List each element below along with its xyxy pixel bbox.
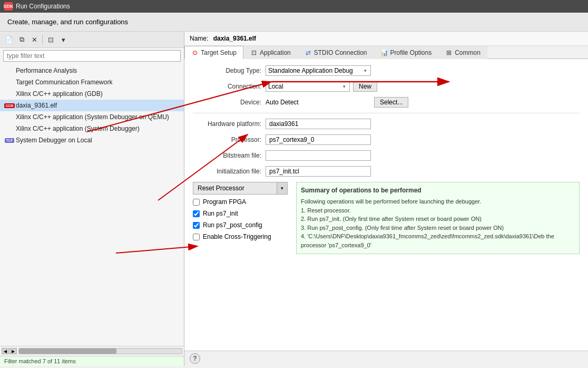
right-panel: Name: daxia_9361.elf ⊙ Target Setup ⊡ Ap… (184, 32, 588, 366)
tree-item-tcf[interactable]: Target Communication Framework (0, 76, 184, 88)
hardware-platform-control (266, 119, 371, 129)
bottom-bar: ? (184, 351, 588, 366)
reset-dropdown-arrow[interactable]: ▾ (277, 182, 287, 194)
left-panel: 📄 ⧉ ✕ ⊡ ▾ Performance Analysis Targe (0, 32, 184, 366)
reset-processor-button[interactable]: Reset Processor (193, 182, 277, 194)
enable-cross-checkbox[interactable] (193, 234, 200, 240)
initialization-file-control (266, 166, 371, 177)
initialization-file-input[interactable] (266, 166, 371, 177)
search-box (3, 50, 181, 62)
help-button[interactable]: ? (190, 353, 200, 364)
delete-config-button[interactable]: ✕ (28, 34, 40, 45)
form-separator-1 (193, 113, 580, 113)
debug-type-label: Debug Type: (193, 67, 261, 74)
tree-item-xilinx-sys[interactable]: Xilinx C/C++ application (System Debugge… (0, 123, 184, 134)
run-ps7-post-checkbox[interactable] (193, 222, 200, 229)
processor-label: Processor: (193, 136, 261, 143)
scroll-left-buttons: ◀ ▶ (2, 348, 17, 354)
toolbar-separator (42, 35, 43, 44)
debug-type-arrow-icon: ▾ (362, 68, 368, 73)
summary-title: Summary of operations to be performed (301, 187, 575, 194)
scrollbar-area: ◀ ▶ (0, 346, 184, 356)
connection-value: Local (268, 83, 341, 90)
new-connection-button[interactable]: New (353, 81, 377, 92)
dropdown-config-button[interactable]: ▾ (57, 34, 69, 45)
bitstream-file-row: Bitstream file: (193, 150, 580, 161)
bottom-section: Reset Processor ▾ Program FPGA Ru (193, 182, 580, 254)
reset-dropdown: Reset Processor ▾ (193, 182, 288, 195)
bitstream-file-label: Bitstream file: (193, 152, 261, 159)
debug-type-dropdown[interactable]: Standalone Application Debug ▾ (266, 65, 371, 76)
filter-status: Filter matched 7 of 11 items (0, 356, 184, 366)
tree-item-icon-perf (5, 66, 14, 75)
tree-item-daxia[interactable]: GDB daxia_9361.elf (0, 100, 184, 111)
initialization-file-row: Initialization file: (193, 166, 580, 177)
tree-item-icon-tcf (5, 78, 14, 86)
tree-item-icon-xilinx-sys (5, 124, 14, 133)
device-value: Auto Detect (266, 99, 371, 106)
hardware-platform-row: Hardware platform: (193, 119, 580, 129)
search-input[interactable] (3, 50, 181, 62)
tree-item-icon-xilinx-qemu (5, 113, 14, 121)
processor-row: Processor: (193, 134, 580, 145)
tree-item-icon-daxia: GDB (5, 101, 14, 110)
tab-stdio-connection[interactable]: ⇄ STDIO Connection (298, 46, 374, 59)
form-content: Debug Type: Standalone Application Debug… (184, 59, 588, 351)
tab-common[interactable]: ⊞ Common (438, 46, 487, 59)
new-config-button[interactable]: 📄 (3, 34, 15, 45)
processor-control (266, 134, 371, 145)
hardware-platform-input[interactable] (266, 119, 371, 129)
config-toolbar: 📄 ⧉ ✕ ⊡ ▾ (0, 32, 184, 48)
main-header: Create, manage, and run configurations (0, 13, 588, 32)
tree-item-icon-xilinx-gdb (5, 90, 14, 98)
tab-profile-options-icon: 📊 (380, 49, 388, 56)
tree-item-sys-local[interactable]: TCF System Debugger on Local (0, 134, 184, 146)
connection-arrow-icon: ▾ (341, 84, 347, 89)
bitstream-file-control (266, 150, 371, 161)
device-control: Auto Detect Select... (266, 97, 408, 108)
debug-type-control: Standalone Application Debug ▾ (266, 65, 371, 76)
copy-config-button[interactable]: ⧉ (16, 34, 27, 45)
tab-profile-options[interactable]: 📊 Profile Options (374, 46, 438, 59)
horizontal-scrollbar[interactable] (18, 348, 182, 354)
tree-item-xilinx-qemu[interactable]: Xilinx C/C++ application (System Debugge… (0, 111, 184, 123)
program-fpga-checkbox[interactable] (193, 199, 200, 206)
title-bar: SDK Run Configurations (0, 0, 588, 13)
run-ps7-post-label: Run ps7_post_config (203, 221, 262, 229)
tree-item-xilinx-gdb[interactable]: Xilinx C/C++ application (GDB) (0, 88, 184, 100)
filter-config-button[interactable]: ⊡ (45, 34, 56, 45)
window-title: Run Configurations (16, 3, 70, 10)
summary-text: Following operations will be performed b… (301, 197, 575, 249)
tree-item-icon-sys-local: TCF (5, 136, 14, 144)
name-row: Name: daxia_9361.elf (184, 32, 588, 46)
debug-type-row: Debug Type: Standalone Application Debug… (193, 65, 580, 76)
tab-application-icon: ⊡ (250, 49, 258, 56)
scroll-left-button[interactable]: ◀ (2, 348, 9, 354)
enable-cross-row: Enable Cross-Triggering (193, 233, 288, 241)
tabs: ⊙ Target Setup ⊡ Application ⇄ STDIO Con… (184, 46, 588, 59)
tab-common-icon: ⊞ (445, 49, 453, 56)
enable-cross-label: Enable Cross-Triggering (203, 233, 271, 240)
program-fpga-label: Program FPGA (203, 198, 246, 206)
connection-row: Connection: Local ▾ New (193, 81, 580, 92)
connection-dropdown[interactable]: Local ▾ (266, 81, 350, 92)
scroll-right-button[interactable]: ▶ (9, 348, 17, 354)
select-device-button[interactable]: Select... (374, 97, 408, 108)
tab-target-setup-icon: ⊙ (191, 49, 199, 56)
tab-target-setup[interactable]: ⊙ Target Setup (184, 46, 243, 59)
tab-application[interactable]: ⊡ Application (243, 46, 298, 59)
bitstream-file-input[interactable] (266, 150, 371, 161)
processor-input[interactable] (266, 134, 371, 145)
device-label: Device: (193, 99, 261, 106)
app-icon: SDK (4, 2, 13, 11)
tree-item-perf[interactable]: Performance Analysis (0, 65, 184, 76)
debug-type-value: Standalone Application Debug (268, 67, 362, 74)
tab-stdio-connection-icon: ⇄ (305, 49, 312, 56)
device-row: Device: Auto Detect Select... (193, 97, 580, 108)
run-ps7-post-row: Run ps7_post_config (193, 221, 288, 229)
run-ps7-init-row: Run ps7_init (193, 209, 288, 218)
connection-label: Connection: (193, 83, 261, 90)
hardware-platform-label: Hardware platform: (193, 120, 261, 128)
initialization-file-label: Initialization file: (193, 168, 261, 175)
run-ps7-init-checkbox[interactable] (193, 210, 200, 217)
